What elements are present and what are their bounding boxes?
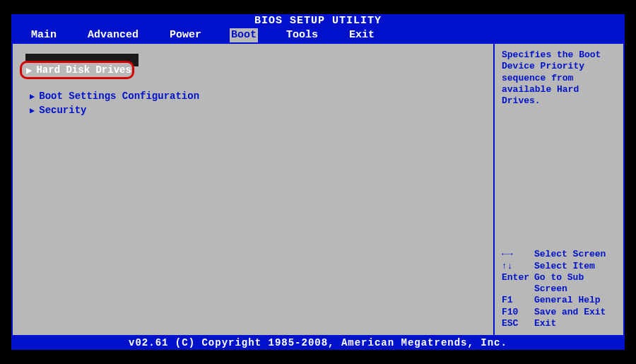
menu-item-boot-settings[interactable]: ▶ Boot Settings Configuration [25, 89, 488, 103]
key-row: ↑↓ Select Item [502, 261, 618, 272]
tab-tools[interactable]: Tools [283, 28, 321, 42]
key-action: Select Screen [534, 249, 606, 260]
menu-item-label: Security [39, 105, 86, 116]
key-name: Enter [502, 272, 529, 295]
tab-boot[interactable]: Boot [230, 28, 258, 42]
key-action: Go to Sub Screen [534, 272, 618, 295]
bios-window: BIOS SETUP UTILITY Main Advanced Power B… [11, 14, 625, 350]
key-action: Select Item [534, 261, 595, 272]
menu-item-security[interactable]: ▶ Security [25, 103, 488, 117]
tab-main[interactable]: Main [28, 28, 59, 42]
footer-bar: v02.61 (C) Copyright 1985-2008, American… [11, 336, 625, 350]
selected-menu-item[interactable]: ▶ Hard Disk Drives [20, 61, 134, 79]
key-name: ↑↓ [502, 261, 529, 272]
key-action: Exit [534, 318, 556, 329]
tab-power[interactable]: Power [167, 28, 204, 42]
tab-advanced[interactable]: Advanced [85, 28, 141, 42]
tab-exit[interactable]: Exit [346, 28, 377, 42]
help-text: Specifies the Boot Device Priority seque… [502, 49, 618, 107]
submenu-arrow-icon: ▶ [30, 91, 35, 102]
tab-row: Main Advanced Power Boot Tools Exit [11, 28, 625, 42]
key-row: F1 General Help [502, 295, 618, 306]
key-name: F10 [502, 307, 529, 318]
key-name: ←→ [502, 249, 529, 260]
copyright-text: v02.61 (C) Copyright 1985-2008, American… [129, 337, 507, 348]
selected-item-label: Hard Disk Drives [36, 64, 131, 76]
key-action: Save and Exit [534, 307, 606, 318]
content-area: ▶ Hard Disk Drives ▶ Boot Settings Confi… [11, 42, 625, 336]
app-title: BIOS SETUP UTILITY [254, 15, 382, 27]
key-name: ESC [502, 318, 529, 329]
key-row: ESC Exit [502, 318, 618, 329]
key-row: F10 Save and Exit [502, 307, 618, 318]
help-panel: Specifies the Boot Device Priority seque… [495, 44, 625, 335]
menu-item-label: Boot Settings Configuration [39, 90, 199, 102]
key-name: F1 [502, 295, 529, 306]
key-row: ←→ Select Screen [502, 249, 618, 260]
key-legend: ←→ Select Screen ↑↓ Select Item Enter Go… [502, 249, 618, 329]
key-action: General Help [534, 295, 601, 306]
key-row: Enter Go to Sub Screen [502, 272, 618, 295]
submenu-arrow-icon: ▶ [30, 105, 35, 116]
menu-panel: ▶ Hard Disk Drives ▶ Boot Settings Confi… [11, 44, 495, 335]
title-bar: BIOS SETUP UTILITY [11, 14, 625, 28]
submenu-arrow-icon: ▶ [26, 64, 32, 76]
